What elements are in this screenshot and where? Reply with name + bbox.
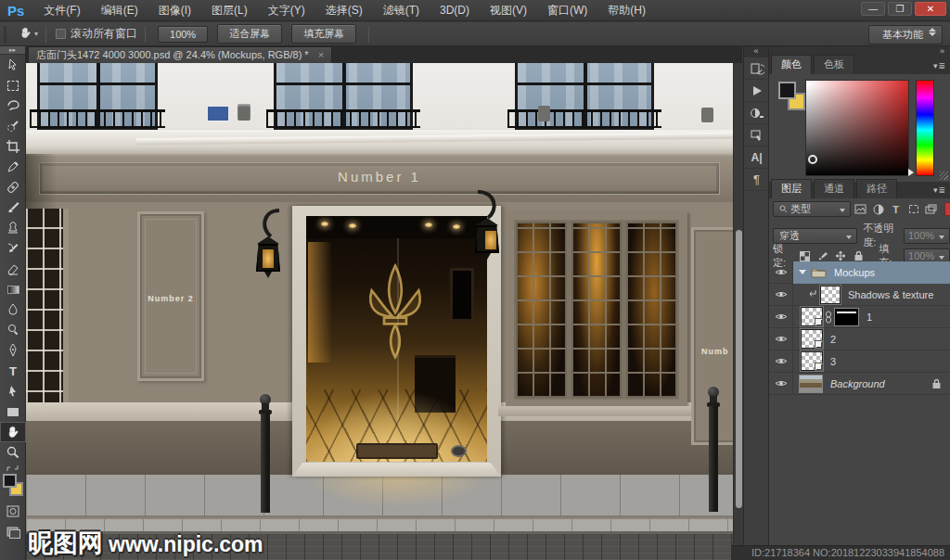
background-thumbnail[interactable]: [799, 375, 823, 393]
workspace-switcher[interactable]: 基本功能: [868, 25, 943, 45]
visibility-toggle[interactable]: [769, 373, 793, 395]
layer-thumbnail[interactable]: [820, 286, 841, 304]
paragraph-panel-icon[interactable]: ¶: [744, 169, 769, 191]
quick-selection-tool[interactable]: [0, 116, 26, 136]
layer-mask-thumbnail[interactable]: [834, 308, 859, 326]
path-selection-tool[interactable]: [0, 381, 26, 401]
menu-window[interactable]: 窗口(W): [537, 0, 597, 20]
spot-healing-brush-tool[interactable]: [0, 177, 26, 197]
marquee-tool[interactable]: [0, 75, 26, 95]
blur-tool[interactable]: [0, 299, 26, 320]
move-tool[interactable]: [0, 55, 26, 75]
clone-stamp-tool[interactable]: [0, 218, 26, 238]
menu-layer[interactable]: 图层(L): [201, 0, 258, 20]
menu-view[interactable]: 视图(V): [480, 0, 537, 20]
character-panel-icon[interactable]: A|: [744, 146, 769, 169]
document-tab[interactable]: 店面门头1472 4000 3000.psd @ 24.4% (Mockups,…: [28, 46, 332, 63]
filter-on-toggle[interactable]: [944, 202, 950, 216]
crop-tool[interactable]: [0, 136, 26, 157]
color-field-cursor[interactable]: [808, 155, 817, 164]
tab-close-icon[interactable]: ×: [318, 49, 324, 60]
menu-help[interactable]: 帮助(H): [597, 0, 656, 20]
layer-thumbnail[interactable]: [801, 307, 823, 326]
layer-thumbnail[interactable]: [801, 351, 823, 371]
layer-thumbnail[interactable]: [801, 329, 823, 349]
tab-layers[interactable]: 图层: [771, 179, 812, 198]
filter-type-icon[interactable]: T: [888, 202, 904, 216]
menu-3d[interactable]: 3D(D): [430, 0, 480, 20]
visibility-toggle[interactable]: [769, 284, 793, 306]
layer-row-background[interactable]: Background: [769, 373, 950, 395]
quick-mask-button[interactable]: [0, 502, 26, 522]
gradient-tool[interactable]: [0, 279, 26, 299]
menu-select[interactable]: 选择(S): [315, 0, 373, 20]
pen-tool[interactable]: [0, 340, 26, 361]
right-shop-window: [506, 211, 687, 408]
screen-mode-button[interactable]: [0, 522, 26, 542]
hand-tool[interactable]: [0, 422, 26, 442]
mask-link-icon[interactable]: [825, 311, 832, 324]
layer-row-shadows-texture[interactable]: Shadows & texture: [769, 284, 950, 306]
close-button[interactable]: ✕: [915, 2, 946, 16]
menu-image[interactable]: 图像(I): [148, 0, 201, 20]
tab-channels[interactable]: 通道: [814, 179, 854, 198]
layer-row-1[interactable]: 1: [769, 306, 950, 328]
tab-color[interactable]: 颜色: [771, 55, 812, 74]
vertical-scrollbar[interactable]: [733, 63, 743, 545]
menu-file[interactable]: 文件(F): [33, 0, 90, 20]
filter-image-icon[interactable]: [853, 202, 868, 216]
history-panel-icon[interactable]: [744, 57, 769, 80]
menu-filter[interactable]: 滤镜(T): [373, 0, 430, 20]
filter-kind-dropdown[interactable]: 类型: [773, 201, 851, 217]
visibility-toggle[interactable]: [769, 328, 793, 350]
type-tool[interactable]: T: [0, 361, 26, 381]
minimize-button[interactable]: —: [861, 2, 885, 16]
group-expand-arrow[interactable]: [799, 270, 806, 274]
hue-slider[interactable]: [916, 80, 934, 176]
scroll-all-windows-checkbox[interactable]: [56, 29, 66, 39]
layer-row-3[interactable]: 3: [769, 350, 950, 373]
tab-paths[interactable]: 路径: [856, 179, 897, 198]
visibility-toggle[interactable]: [769, 306, 793, 328]
brush-tool[interactable]: [0, 197, 26, 218]
history-brush-tool[interactable]: [0, 238, 26, 259]
color-field[interactable]: [805, 80, 909, 176]
fill-screen-button[interactable]: 填充屏幕: [291, 24, 356, 44]
menu-edit[interactable]: 编辑(E): [91, 0, 148, 20]
document-canvas[interactable]: Number 1 Number 2: [26, 63, 733, 560]
filter-adjustment-icon[interactable]: [870, 202, 886, 216]
visibility-toggle[interactable]: [769, 261, 793, 284]
opacity-value[interactable]: 100%: [904, 228, 950, 244]
zoom-100-button[interactable]: 100%: [158, 26, 208, 43]
properties-panel-icon[interactable]: [744, 124, 769, 146]
panel-foreground-swatch[interactable]: [778, 82, 796, 99]
dodge-tool[interactable]: [0, 320, 26, 340]
layer-row-mockups[interactable]: Mockups: [769, 261, 950, 284]
maximize-button[interactable]: ❐: [888, 2, 912, 16]
panel-resize-grip[interactable]: [940, 172, 948, 180]
eyedropper-tool[interactable]: [0, 157, 26, 177]
scrollbar-thumb[interactable]: [736, 230, 742, 508]
tab-swatches[interactable]: 色板: [814, 55, 854, 74]
foreground-color-swatch[interactable]: [3, 474, 17, 488]
layer-row-2[interactable]: 2: [769, 328, 950, 350]
toolbar-collapse-icon[interactable]: ▸▸: [0, 46, 25, 55]
expand-panels-icon[interactable]: «: [744, 46, 768, 57]
blend-mode-dropdown[interactable]: 穿透: [773, 228, 857, 244]
eraser-tool[interactable]: [0, 259, 26, 279]
hue-slider-marker[interactable]: [908, 169, 914, 176]
tool-preset-arrow-icon[interactable]: ▾: [34, 30, 38, 38]
panel-menu-icon[interactable]: ▾≣: [933, 185, 946, 195]
fit-screen-button[interactable]: 适合屏幕: [217, 24, 282, 44]
lasso-tool[interactable]: [0, 95, 26, 116]
zoom-tool[interactable]: [0, 442, 26, 463]
adjustments-panel-icon[interactable]: [744, 102, 769, 124]
panel-menu-icon[interactable]: ▾≣: [933, 61, 946, 70]
menu-type[interactable]: 文字(Y): [258, 0, 315, 20]
swap-colors-icon[interactable]: [0, 463, 26, 474]
actions-panel-icon[interactable]: [744, 80, 769, 102]
filter-shape-icon[interactable]: [905, 202, 921, 216]
shape-tool[interactable]: [0, 401, 26, 422]
filter-smart-object-icon[interactable]: [923, 202, 939, 216]
visibility-toggle[interactable]: [769, 350, 793, 373]
